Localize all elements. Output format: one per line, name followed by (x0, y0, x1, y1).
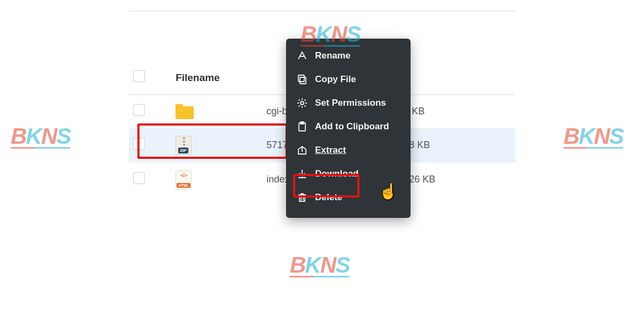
menu-item-permissions[interactable]: Set Permissions (286, 91, 411, 115)
menu-label: Delete (315, 192, 342, 203)
svg-rect-1 (298, 75, 304, 82)
watermark: BKNS (564, 123, 623, 149)
watermark: BKNS (11, 123, 70, 149)
clipboard-icon (297, 121, 308, 132)
svg-point-2 (301, 101, 304, 105)
row-checkbox[interactable] (133, 104, 145, 116)
row-checkbox[interactable] (133, 172, 145, 184)
zip-icon (175, 136, 192, 155)
menu-item-download[interactable]: Download (286, 162, 411, 186)
gear-icon (297, 98, 308, 108)
menu-label: Download (315, 169, 358, 179)
menu-label: Extract (315, 145, 346, 156)
copy-icon (297, 74, 308, 85)
extract-icon (297, 145, 308, 156)
trash-icon (297, 192, 308, 203)
menu-item-extract[interactable]: Extract (286, 138, 411, 162)
row-checkbox[interactable] (133, 138, 145, 150)
menu-item-delete[interactable]: Delete (286, 186, 411, 209)
svg-rect-0 (300, 77, 306, 84)
context-menu: Rename Copy File Set Permissions Add to … (286, 39, 411, 218)
menu-label: Add to Clipboard (315, 121, 389, 132)
menu-item-clipboard[interactable]: Add to Clipboard (286, 115, 411, 138)
html-icon (175, 170, 192, 189)
menu-label: Copy File (315, 74, 356, 85)
menu-label: Rename (315, 50, 350, 61)
menu-item-copy[interactable]: Copy File (286, 68, 411, 91)
folder-icon (175, 104, 194, 119)
header-filename[interactable]: Filename (171, 65, 262, 95)
download-icon (297, 169, 308, 179)
header-select[interactable] (129, 65, 171, 95)
menu-label: Set Permissions (315, 98, 386, 108)
menu-item-rename[interactable]: Rename (286, 44, 411, 68)
rename-icon (297, 50, 308, 61)
watermark: BKNS (290, 252, 349, 277)
